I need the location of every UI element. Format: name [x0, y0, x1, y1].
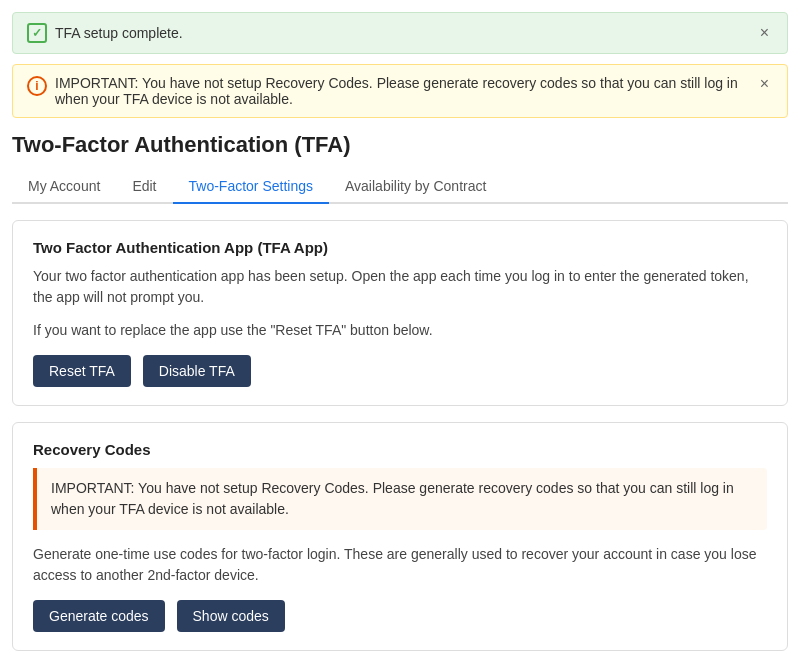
recovery-warning: IMPORTANT: You have not setup Recovery C… — [33, 468, 767, 530]
page-container: TFA setup complete. × i IMPORTANT: You h… — [0, 0, 800, 661]
success-banner: TFA setup complete. × — [12, 12, 788, 54]
recovery-card: Recovery Codes IMPORTANT: You have not s… — [12, 422, 788, 651]
warning-banner-close[interactable]: × — [756, 75, 773, 93]
show-codes-button[interactable]: Show codes — [177, 600, 285, 632]
recovery-card-description: Generate one-time use codes for two-fact… — [33, 544, 767, 586]
tab-two-factor-settings[interactable]: Two-Factor Settings — [173, 170, 330, 204]
page-title: Two-Factor Authentication (TFA) — [12, 132, 788, 158]
success-banner-close[interactable]: × — [756, 24, 773, 42]
disable-tfa-button[interactable]: Disable TFA — [143, 355, 251, 387]
warning-banner-content: i IMPORTANT: You have not setup Recovery… — [27, 75, 756, 107]
recovery-card-actions: Generate codes Show codes — [33, 600, 767, 632]
tfa-card: Two Factor Authentication App (TFA App) … — [12, 220, 788, 406]
reset-tfa-button[interactable]: Reset TFA — [33, 355, 131, 387]
recovery-card-title: Recovery Codes — [33, 441, 767, 458]
warning-message: IMPORTANT: You have not setup Recovery C… — [55, 75, 756, 107]
success-message: TFA setup complete. — [55, 25, 183, 41]
tab-my-account[interactable]: My Account — [12, 170, 116, 204]
generate-codes-button[interactable]: Generate codes — [33, 600, 165, 632]
success-banner-content: TFA setup complete. — [27, 23, 183, 43]
warning-banner: i IMPORTANT: You have not setup Recovery… — [12, 64, 788, 118]
tab-edit[interactable]: Edit — [116, 170, 172, 204]
info-icon: i — [27, 76, 47, 96]
tfa-card-text2: If you want to replace the app use the "… — [33, 320, 767, 341]
tfa-card-actions: Reset TFA Disable TFA — [33, 355, 767, 387]
tabs: My Account Edit Two-Factor Settings Avai… — [12, 170, 788, 204]
tfa-card-text1: Your two factor authentication app has b… — [33, 266, 767, 308]
tab-availability-by-contract[interactable]: Availability by Contract — [329, 170, 502, 204]
tfa-card-title: Two Factor Authentication App (TFA App) — [33, 239, 767, 256]
check-icon — [27, 23, 47, 43]
